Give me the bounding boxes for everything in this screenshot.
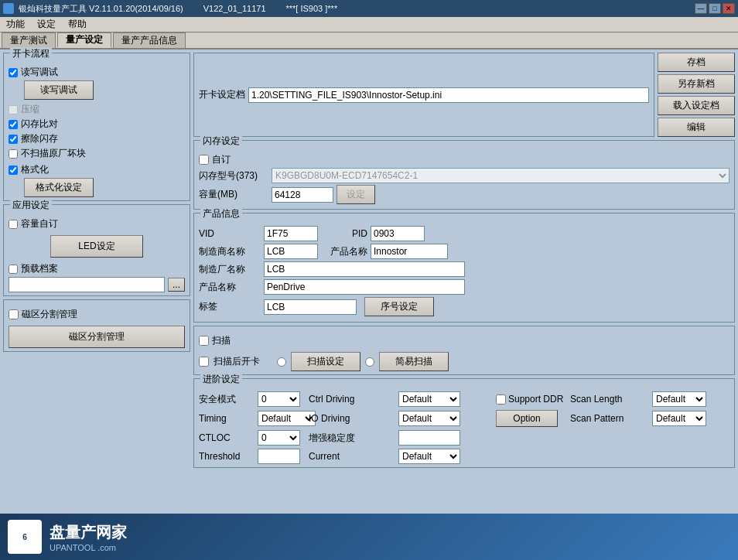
threshold-label: Threshold bbox=[199, 451, 253, 462]
maximize-button[interactable]: □ bbox=[709, 3, 721, 14]
logo-url: UPANTOOL bbox=[50, 543, 95, 552]
option-button[interactable]: Option bbox=[496, 410, 558, 427]
threshold-input[interactable] bbox=[258, 449, 300, 464]
logo-main-text: 盘量产网家 bbox=[50, 524, 127, 541]
enhance-stability-input[interactable] bbox=[398, 430, 460, 446]
partition-mgmt-checkbox[interactable] bbox=[9, 309, 19, 319]
browse-button[interactable]: ... bbox=[168, 278, 185, 292]
vid-label: VID bbox=[199, 228, 261, 239]
ctloc-select[interactable]: 01 bbox=[258, 430, 300, 446]
main-panels: 开卡流程 读写调试 读写调试 压缩 闪存比对 bbox=[0, 50, 738, 514]
pid-label: PID bbox=[321, 228, 367, 239]
app-settings-group: 应用设定 容量自订 LED设定 预载档案 ... bbox=[3, 204, 190, 296]
save-button[interactable]: 存档 bbox=[658, 53, 735, 72]
title-bar: 银灿科技量产工具 V2.11.01.20(2014/09/16) V122_01… bbox=[0, 0, 738, 17]
capacity-label: 容量(MB) bbox=[199, 188, 268, 201]
rw-test-button[interactable]: 读写调试 bbox=[24, 80, 94, 100]
format-label: 格式化 bbox=[21, 163, 49, 176]
scan-after-open-label: 扫描后开卡 bbox=[214, 355, 260, 368]
product-name-label: 产品名称 bbox=[321, 245, 367, 258]
tab-product-info[interactable]: 量产产品信息 bbox=[113, 32, 186, 48]
app-logo-icon bbox=[3, 3, 14, 14]
format-checkbox[interactable] bbox=[9, 166, 18, 175]
open-card-file-input[interactable] bbox=[248, 87, 649, 103]
scan-checkbox[interactable] bbox=[199, 336, 209, 346]
logo-text: 盘量产网家 bbox=[50, 522, 127, 543]
preload-file-label: 预载档案 bbox=[21, 262, 58, 275]
preload-file-input[interactable] bbox=[9, 277, 165, 292]
bottom-logo: 6 盘量产网家 UPANTOOL .com bbox=[0, 514, 738, 560]
scan-length-select[interactable]: Default bbox=[652, 391, 706, 407]
flash-custom-label: 自订 bbox=[212, 153, 231, 166]
minimize-button[interactable]: — bbox=[695, 3, 707, 14]
open-card-flow-group: 开卡流程 读写调试 读写调试 压缩 闪存比对 bbox=[3, 53, 190, 201]
menu-item-functions[interactable]: 功能 bbox=[0, 17, 31, 32]
scan-after-open-checkbox[interactable] bbox=[199, 357, 209, 367]
serial-settings-button[interactable]: 序号设定 bbox=[364, 297, 434, 316]
logo-sub-text: UPANTOOL .com bbox=[50, 543, 127, 552]
ctloc-label: CTLOC bbox=[199, 432, 253, 443]
menu-bar: 功能 设定 帮助 bbox=[0, 17, 738, 32]
pid-input[interactable] bbox=[371, 226, 425, 241]
capacity-input[interactable] bbox=[272, 187, 333, 203]
scan-length-label: Scan Length bbox=[570, 394, 647, 405]
led-settings-button[interactable]: LED设定 bbox=[50, 235, 143, 258]
no-scan-checkbox[interactable] bbox=[9, 149, 18, 159]
center-area: 开卡设定档 存档 另存新档 载入设定档 编辑 闪存设定 自订 bbox=[193, 53, 735, 510]
tab-mass-test[interactable]: 量产测试 bbox=[2, 32, 56, 48]
flash-compare-checkbox[interactable] bbox=[9, 120, 18, 129]
ctrl-driving-select[interactable]: Default bbox=[398, 391, 460, 407]
mfg-name-input[interactable] bbox=[264, 261, 465, 277]
flash-settings-group: 闪存设定 自订 闪存型号(373) K9GBGD8U0M-ECD7147654C… bbox=[193, 140, 735, 210]
scan-title: 扫描 bbox=[212, 334, 231, 347]
capacity-custom-checkbox[interactable] bbox=[9, 220, 18, 229]
ctrl-driving-label: Ctrl Driving bbox=[309, 394, 394, 405]
scan-radio-1[interactable] bbox=[277, 357, 286, 367]
rw-test-label: 读写调试 bbox=[21, 66, 58, 79]
manufacturer-label: 制造商名称 bbox=[199, 245, 261, 258]
flash-custom-checkbox[interactable] bbox=[199, 155, 209, 165]
scan-radio-2[interactable] bbox=[365, 357, 374, 367]
capacity-set-button[interactable]: 设定 bbox=[337, 185, 375, 204]
partition-mgmt-button[interactable]: 磁区分割管理 bbox=[9, 326, 185, 348]
partition-mgmt-title: 磁区分割管理 bbox=[22, 308, 77, 321]
partition-mgmt-group: 磁区分割管理 磁区分割管理 bbox=[3, 299, 190, 352]
flash-settings-title: 闪存设定 bbox=[200, 135, 242, 148]
tab-mass-settings[interactable]: 量产设定 bbox=[57, 32, 111, 48]
preload-file-checkbox[interactable] bbox=[9, 265, 18, 274]
scan-section-group: 扫描 扫描后开卡 扫描设定 简易扫描 bbox=[193, 326, 735, 375]
product-name-input[interactable] bbox=[371, 244, 448, 259]
manufacturer-input[interactable] bbox=[264, 244, 318, 259]
prod-name2-input[interactable] bbox=[264, 279, 465, 295]
current-label: Current bbox=[309, 451, 394, 462]
file-info: V122_01_11171 bbox=[203, 4, 266, 13]
io-driving-label: IO Driving bbox=[309, 413, 394, 424]
erase-flash-checkbox[interactable] bbox=[9, 135, 18, 144]
menu-item-settings[interactable]: 设定 bbox=[31, 17, 62, 32]
app-title: 银灿科技量产工具 V2.11.01.20(2014/09/16) bbox=[19, 3, 183, 15]
format-settings-button[interactable]: 格式化设定 bbox=[24, 178, 94, 197]
logo-icon: 6 bbox=[8, 520, 42, 554]
tag-label: 标签 bbox=[199, 300, 261, 313]
close-button[interactable]: ✕ bbox=[723, 3, 735, 14]
compress-label: 压缩 bbox=[21, 103, 39, 116]
menu-item-help[interactable]: 帮助 bbox=[62, 17, 93, 32]
open-card-flow-title: 开卡流程 bbox=[10, 47, 52, 60]
current-select[interactable]: Default bbox=[398, 449, 460, 464]
safe-mode-select[interactable]: 012 bbox=[258, 391, 300, 407]
support-ddr-checkbox[interactable] bbox=[496, 394, 506, 405]
edit-button[interactable]: 编辑 bbox=[658, 118, 735, 137]
erase-flash-label: 擦除闪存 bbox=[21, 132, 58, 145]
tag-input[interactable] bbox=[264, 299, 357, 315]
scan-settings-button[interactable]: 扫描设定 bbox=[291, 352, 360, 371]
easy-scan-button[interactable]: 简易扫描 bbox=[379, 352, 449, 371]
save-as-button[interactable]: 另存新档 bbox=[658, 74, 735, 94]
scan-pattern-select[interactable]: Default bbox=[652, 411, 706, 426]
vid-input[interactable] bbox=[264, 226, 318, 241]
load-settings-button[interactable]: 载入设定档 bbox=[658, 96, 735, 115]
io-driving-select[interactable]: Default bbox=[398, 411, 460, 426]
flash-model-select[interactable]: K9GBGD8U0M-ECD7147654C2-1 bbox=[272, 168, 729, 183]
rw-test-checkbox[interactable] bbox=[9, 68, 18, 77]
compress-checkbox[interactable] bbox=[9, 105, 18, 114]
timing-select[interactable]: Default bbox=[258, 411, 316, 426]
